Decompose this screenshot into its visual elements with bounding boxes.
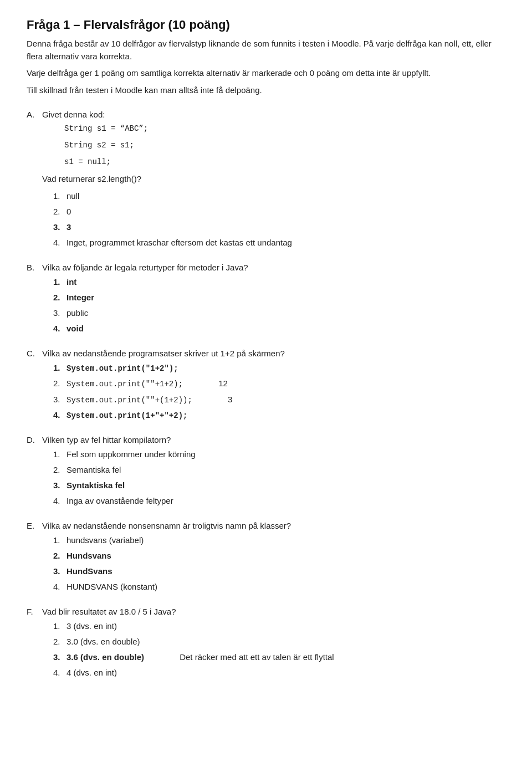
option-3-0: 1.Fel som uppkommer under körning [53, 448, 505, 461]
option-num-3-3: 4. [53, 494, 66, 508]
option-text-4-0: hundsvans (variabel) [66, 535, 144, 545]
option-text-3-3: Inga av ovanstående feltyper [66, 496, 173, 505]
option-1-1: 2.Integer [53, 291, 505, 304]
question-letter-2: C. [27, 349, 42, 358]
option-text-0-0: null [66, 191, 79, 201]
code-line-0-1: String s2 = s1; [64, 139, 505, 152]
option-num-2-0: 1. [53, 361, 66, 375]
option-num-3-2: 3. [53, 479, 66, 492]
option-2-0: 1.System.out.print("1+2"); [53, 361, 505, 375]
option-0-1: 2.0 [53, 205, 505, 218]
option-4-0: 1.hundsvans (variabel) [53, 534, 505, 547]
option-4-2: 3.HundSvans [53, 565, 505, 578]
question-text-4: Vilka av nedanstående nonsensnamn är tro… [42, 521, 291, 530]
options-list-2: 1.System.out.print("1+2");2.System.out.p… [53, 361, 505, 422]
option-num-5-1: 2. [53, 635, 66, 648]
question-e: E.Vilka av nedanstående nonsensnamn är t… [27, 521, 505, 594]
questions-container: A.Givet denna kod:String s1 = “ABC”;Stri… [27, 110, 505, 679]
option-note-5-2: Det räcker med att ett av talen är ett f… [177, 652, 334, 662]
option-1-2: 3.public [53, 306, 505, 320]
intro-p1: Denna fråga består av 10 delfrågor av fl… [27, 38, 505, 63]
intro-p3: Till skillnad från testen i Moodle kan m… [27, 84, 505, 97]
option-text-1-3: void [66, 324, 84, 333]
option-3-1: 2.Semantiska fel [53, 463, 505, 477]
option-text-1-2: public [66, 308, 88, 318]
option-text-0-1: 0 [66, 207, 71, 216]
option-5-1: 2.3.0 (dvs. en double) [53, 635, 505, 648]
page-title: Fråga 1 – Flervalsfrågor (10 poäng) [27, 18, 505, 32]
code-line-0-0: String s1 = “ABC”; [64, 122, 505, 136]
option-num-3-1: 2. [53, 463, 66, 477]
option-2-3: 4.System.out.print(1+"+"+2); [53, 408, 505, 422]
option-5-0: 1.3 (dvs. en int) [53, 620, 505, 633]
option-num-2-1: 2. [53, 377, 66, 390]
option-1-0: 1.int [53, 275, 505, 289]
option-2-2: 3.System.out.print(""+(1+2)); 3 [53, 393, 505, 406]
option-5-3: 4.4 (dvs. en int) [53, 666, 505, 679]
intro-p2: Varje delfråga ger 1 poäng om samtliga k… [27, 67, 505, 80]
option-text-0-3: Inget, programmet kraschar eftersom det … [66, 238, 292, 247]
option-text-2-3: System.out.print(1+"+"+2); [66, 411, 187, 420]
option-num-3-0: 1. [53, 448, 66, 461]
question-letter-1: B. [27, 263, 42, 272]
option-num-0-0: 1. [53, 190, 66, 203]
option-0-2: 3.3 [53, 221, 505, 234]
option-num-1-2: 3. [53, 306, 66, 320]
option-num-5-0: 1. [53, 620, 66, 633]
question-text-2: Vilka av nedanstående programsatser skri… [42, 349, 285, 358]
option-text-2-0: System.out.print("1+2"); [66, 364, 178, 373]
option-num-2-2: 3. [53, 393, 66, 406]
option-text-5-1: 3.0 (dvs. en double) [66, 637, 140, 646]
question-text-5: Vad blir resultatet av 18.0 / 5 i Java? [42, 607, 176, 616]
question-d: D.Vilken typ av fel hittar kompilatorn?1… [27, 435, 505, 508]
option-num-4-3: 4. [53, 580, 66, 594]
option-num-0-2: 3. [53, 221, 66, 234]
question-letter-0: A. [27, 110, 42, 119]
question-text-1: Vilka av följande är legala returtyper f… [42, 263, 248, 272]
option-3-2: 3.Syntaktiska fel [53, 479, 505, 492]
option-num-5-3: 4. [53, 666, 66, 679]
code-line-0-2: s1 = null; [64, 156, 505, 169]
option-note-2-2: 3 [226, 395, 233, 404]
option-num-1-3: 4. [53, 322, 66, 335]
option-text-5-0: 3 (dvs. en int) [66, 621, 117, 631]
option-text-4-3: HUNDSVANS (konstant) [66, 582, 157, 591]
option-text-2-1: System.out.print(""+1+2); [66, 380, 183, 388]
question-letter-3: D. [27, 435, 42, 444]
option-text-2-2: System.out.print(""+(1+2)); [66, 396, 192, 405]
question-b: B.Vilka av följande är legala returtyper… [27, 263, 505, 335]
option-text-4-1: Hundsvans [66, 551, 111, 560]
options-list-1: 1.int2.Integer3.public4.void [53, 275, 505, 335]
option-1-3: 4.void [53, 322, 505, 335]
code-block-0: String s1 = “ABC”;String s2 = s1;s1 = nu… [42, 122, 505, 186]
option-text-4-2: HundSvans [66, 566, 112, 576]
option-2-1: 2.System.out.print(""+1+2); 12 [53, 377, 505, 390]
option-0-3: 4.Inget, programmet kraschar eftersom de… [53, 236, 505, 249]
intro-block: Denna fråga består av 10 delfrågor av fl… [27, 38, 505, 96]
option-text-5-2: 3.6 (dvs. en double) [66, 652, 144, 662]
option-num-0-3: 4. [53, 236, 66, 249]
option-3-3: 4.Inga av ovanstående feltyper [53, 494, 505, 508]
options-list-3: 1.Fel som uppkommer under körning2.Seman… [53, 448, 505, 508]
option-num-0-1: 2. [53, 205, 66, 218]
question-text-3: Vilken typ av fel hittar kompilatorn? [42, 435, 171, 444]
option-0-0: 1.null [53, 190, 505, 203]
option-text-5-3: 4 (dvs. en int) [66, 668, 117, 677]
option-text-1-0: int [66, 277, 76, 287]
option-num-4-0: 1. [53, 534, 66, 547]
option-text-0-2: 3 [66, 222, 71, 232]
question-f: F.Vad blir resultatet av 18.0 / 5 i Java… [27, 607, 505, 679]
question-letter-4: E. [27, 521, 42, 530]
options-list-4: 1.hundsvans (variabel)2.Hundsvans3.HundS… [53, 534, 505, 594]
option-text-3-0: Fel som uppkommer under körning [66, 449, 196, 459]
option-num-1-1: 2. [53, 291, 66, 304]
option-text-1-1: Integer [66, 293, 94, 302]
option-text-3-2: Syntaktiska fel [66, 480, 125, 490]
options-list-5: 1.3 (dvs. en int)2.3.0 (dvs. en double)3… [53, 620, 505, 679]
option-num-5-2: 3. [53, 651, 66, 664]
option-num-1-0: 1. [53, 275, 66, 289]
option-4-1: 2.Hundsvans [53, 549, 505, 563]
option-5-2: 3.3.6 (dvs. en double) Det räcker med at… [53, 651, 505, 664]
option-num-4-2: 3. [53, 565, 66, 578]
option-note-2-1: 12 [216, 379, 228, 388]
